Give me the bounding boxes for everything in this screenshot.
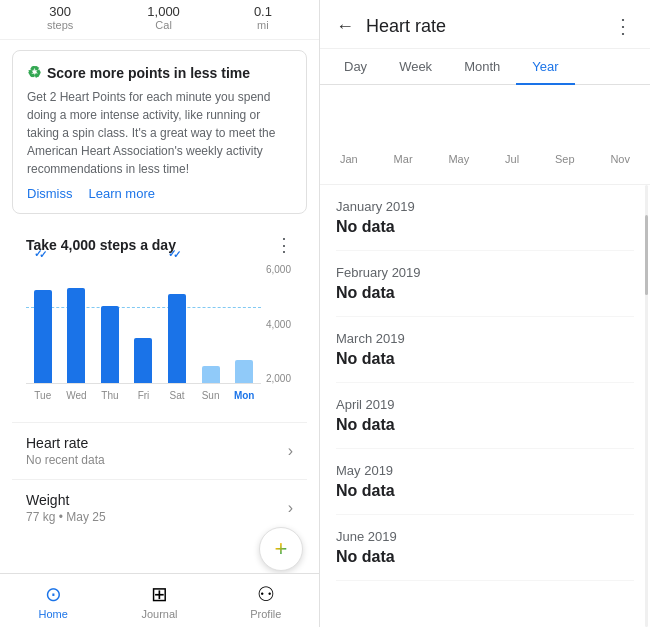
right-header: ← Heart rate ⋮	[320, 0, 650, 49]
y-label-4000: 4,000	[266, 319, 293, 330]
nav-journal[interactable]: ⊞ Journal	[106, 582, 212, 620]
month-mar-label: March 2019	[336, 331, 634, 346]
scrollbar-track	[645, 185, 648, 627]
bar-tue-label: Tue	[34, 390, 51, 401]
score-card: ♻ Score more points in less time Get 2 H…	[12, 50, 307, 214]
right-header-title: Heart rate	[366, 16, 446, 37]
weight-title: Weight	[26, 492, 106, 508]
month-mar: March 2019 No data	[336, 317, 634, 383]
tab-day[interactable]: Day	[328, 49, 383, 84]
heart-rate-row[interactable]: Heart rate No recent data ›	[12, 422, 307, 479]
steps-card-title: Take 4,000 steps a day	[26, 237, 176, 253]
right-x-labels: Jan Mar May Jul Sep Nov	[336, 153, 634, 165]
month-mar-value: No data	[336, 350, 634, 368]
back-arrow-icon[interactable]: ←	[336, 16, 354, 37]
fab-plus-icon: +	[275, 536, 288, 562]
bar-mon-label: Mon	[234, 390, 255, 401]
tab-month[interactable]: Month	[448, 49, 516, 84]
heart-rate-left: Heart rate No recent data	[26, 435, 105, 467]
fab-button[interactable]: +	[259, 527, 303, 571]
month-jan-label: January 2019	[336, 199, 634, 214]
steps-card-header: Take 4,000 steps a day ⋮	[26, 234, 293, 256]
x-label-sep: Sep	[555, 153, 575, 165]
month-jun-value: No data	[336, 548, 634, 566]
month-may-label: May 2019	[336, 463, 634, 478]
month-apr-label: April 2019	[336, 397, 634, 412]
bar-fri-bar	[134, 338, 152, 383]
weight-row[interactable]: Weight 77 kg • May 25 ›	[12, 479, 307, 536]
tabs-bar: Day Week Month Year	[320, 49, 650, 85]
bar-wed-bar	[67, 288, 85, 383]
x-label-jul: Jul	[505, 153, 519, 165]
y-label-2000: 2,000	[266, 373, 293, 384]
month-jan: January 2019 No data	[336, 185, 634, 251]
stat-mi-label: mi	[254, 19, 272, 31]
bar-sun: Sun	[202, 264, 220, 383]
nav-profile[interactable]: ⚇ Profile	[213, 582, 319, 620]
y-label-6000: 6,000	[266, 264, 293, 275]
bar-mon-bar	[235, 360, 253, 383]
bar-wed-label: Wed	[66, 390, 86, 401]
month-feb-value: No data	[336, 284, 634, 302]
tab-year[interactable]: Year	[516, 49, 574, 84]
bar-wed: Wed	[67, 264, 85, 383]
profile-icon: ⚇	[257, 582, 275, 606]
stat-cal-value: 1,000	[147, 4, 180, 19]
nav-journal-label: Journal	[141, 608, 177, 620]
month-apr: April 2019 No data	[336, 383, 634, 449]
score-card-body: Get 2 Heart Points for each minute you s…	[27, 88, 292, 178]
stat-steps-value: 300	[47, 4, 73, 19]
month-apr-value: No data	[336, 416, 634, 434]
month-may-value: No data	[336, 482, 634, 500]
bar-tue-bar: ✓	[34, 290, 52, 383]
stat-mi: 0.1 mi	[254, 4, 272, 31]
steps-more-icon[interactable]: ⋮	[275, 234, 293, 256]
bar-sun-bar	[202, 366, 220, 383]
bar-tue: ✓ Tue	[34, 264, 52, 383]
month-jun-label: June 2019	[336, 529, 634, 544]
bar-sat-bar: ✓	[168, 294, 186, 383]
right-chart-area: Jan Mar May Jul Sep Nov	[320, 85, 650, 185]
bar-thu-bar	[101, 306, 119, 383]
tab-week[interactable]: Week	[383, 49, 448, 84]
score-icon: ♻	[27, 63, 41, 82]
x-label-may: May	[448, 153, 469, 165]
nav-home-label: Home	[38, 608, 67, 620]
learn-more-button[interactable]: Learn more	[89, 186, 155, 201]
month-may: May 2019 No data	[336, 449, 634, 515]
dismiss-button[interactable]: Dismiss	[27, 186, 73, 201]
scrollbar-thumb[interactable]	[645, 215, 648, 295]
weight-sub: 77 kg • May 25	[26, 510, 106, 524]
stat-cal: 1,000 Cal	[147, 4, 180, 31]
score-card-actions: Dismiss Learn more	[27, 186, 292, 201]
bar-fri-label: Fri	[138, 390, 150, 401]
month-jun: June 2019 No data	[336, 515, 634, 581]
heart-rate-title: Heart rate	[26, 435, 105, 451]
heart-rate-chevron: ›	[288, 442, 293, 460]
nav-profile-label: Profile	[250, 608, 281, 620]
weight-chevron: ›	[288, 499, 293, 517]
bar-thu-label: Thu	[101, 390, 118, 401]
chart-y-labels: 6,000 4,000 2,000	[266, 264, 293, 404]
bar-mon: Mon	[235, 264, 253, 383]
more-options-icon[interactable]: ⋮	[613, 14, 634, 38]
x-label-mar: Mar	[394, 153, 413, 165]
monthly-list[interactable]: January 2019 No data February 2019 No da…	[320, 185, 650, 627]
stat-steps-label: steps	[47, 19, 73, 31]
bar-sat-label: Sat	[170, 390, 185, 401]
bar-sun-label: Sun	[202, 390, 220, 401]
nav-home[interactable]: ⊙ Home	[0, 582, 106, 620]
bar-chart: 6,000 4,000 2,000 ✓ Tue Wed	[26, 264, 293, 404]
weight-left: Weight 77 kg • May 25	[26, 492, 106, 524]
right-panel: ← Heart rate ⋮ Day Week Month Year Jan M…	[320, 0, 650, 627]
steps-card: Take 4,000 steps a day ⋮ 6,000 4,000 2,0…	[12, 224, 307, 414]
chart-bars-area: ✓ Tue Wed Thu Fri ✓	[26, 264, 261, 384]
stat-steps: 300 steps	[47, 4, 73, 31]
bar-thu: Thu	[101, 264, 119, 383]
bottom-nav: ⊙ Home ⊞ Journal ⚇ Profile	[0, 573, 319, 627]
stat-cal-label: Cal	[147, 19, 180, 31]
stat-mi-value: 0.1	[254, 4, 272, 19]
month-feb: February 2019 No data	[336, 251, 634, 317]
right-header-left: ← Heart rate	[336, 16, 446, 37]
left-panel: 300 steps 1,000 Cal 0.1 mi ♻ Score more …	[0, 0, 320, 627]
